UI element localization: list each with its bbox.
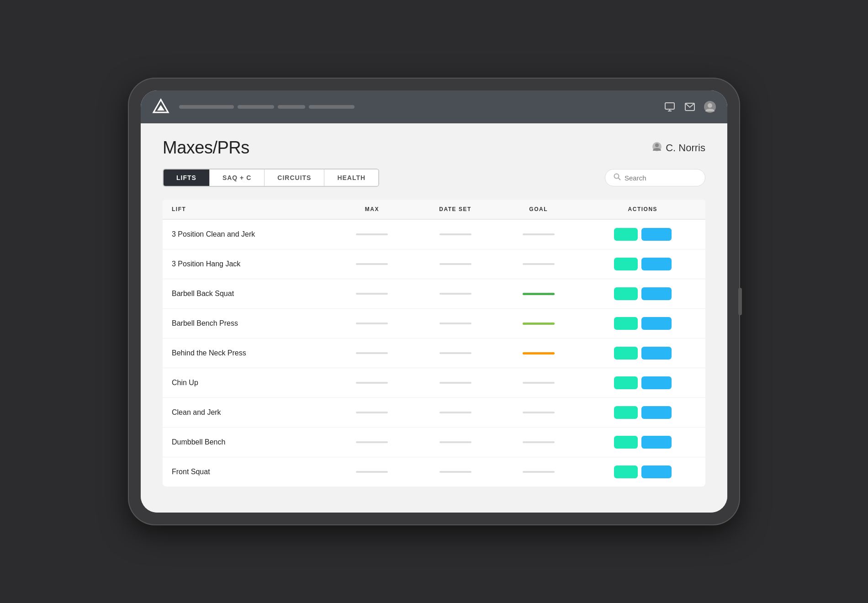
actions-cell	[580, 219, 705, 249]
actions-buttons	[589, 347, 696, 360]
svg-point-10	[614, 174, 619, 179]
col-actions: ACTIONS	[580, 200, 705, 219]
table-row: Barbell Bench Press	[163, 309, 705, 339]
lift-name: Barbell Bench Press	[172, 319, 238, 327]
lift-name-cell: Behind the Neck Press	[163, 339, 330, 368]
search-box[interactable]	[605, 169, 705, 186]
action-secondary-button[interactable]	[641, 436, 672, 449]
max-cell	[330, 398, 413, 428]
action-primary-button[interactable]	[614, 347, 638, 360]
svg-point-7	[708, 103, 712, 108]
user-avatar-icon	[652, 142, 662, 154]
date-placeholder	[439, 263, 471, 265]
actions-buttons	[589, 228, 696, 241]
action-secondary-button[interactable]	[641, 465, 672, 478]
date-placeholder	[439, 352, 471, 354]
max-cell	[330, 339, 413, 368]
action-secondary-button[interactable]	[641, 376, 672, 389]
max-cell	[330, 249, 413, 279]
lift-name: Barbell Back Squat	[172, 290, 234, 297]
nav-tab-2[interactable]	[238, 105, 274, 109]
max-cell	[330, 309, 413, 339]
actions-buttons	[589, 436, 696, 449]
search-input[interactable]	[625, 174, 697, 182]
action-primary-button[interactable]	[614, 258, 638, 270]
goal-cell	[497, 279, 580, 309]
tab-saq[interactable]: SAQ + C	[210, 169, 265, 186]
lift-name-cell: Front Squat	[163, 457, 330, 487]
user-info: C. Norris	[652, 142, 705, 154]
date-placeholder	[439, 441, 471, 443]
max-cell	[330, 428, 413, 457]
max-placeholder	[356, 263, 388, 265]
goal-placeholder	[523, 263, 555, 265]
actions-cell	[580, 368, 705, 398]
action-primary-button[interactable]	[614, 436, 638, 449]
goal-indicator	[523, 293, 555, 295]
nav-bar	[141, 90, 727, 123]
max-placeholder	[356, 233, 388, 235]
action-secondary-button[interactable]	[641, 317, 672, 330]
tab-lifts[interactable]: LIFTS	[164, 169, 210, 186]
goal-cell	[497, 368, 580, 398]
max-placeholder	[356, 352, 388, 354]
action-primary-button[interactable]	[614, 287, 638, 300]
max-cell	[330, 368, 413, 398]
lift-name-cell: Dumbbell Bench	[163, 428, 330, 457]
side-button[interactable]	[738, 288, 742, 315]
nav-tab-3[interactable]	[278, 105, 305, 109]
goal-placeholder	[523, 382, 555, 384]
tablet-screen: Maxes/PRs C. Norris LIFTS SA	[141, 90, 727, 513]
date-placeholder	[439, 382, 471, 384]
action-primary-button[interactable]	[614, 406, 638, 419]
nav-tab-4[interactable]	[309, 105, 355, 109]
max-placeholder	[356, 293, 388, 295]
lift-name-cell: Barbell Back Squat	[163, 279, 330, 309]
goal-cell	[497, 428, 580, 457]
tablet-device: Maxes/PRs C. Norris LIFTS SA	[128, 78, 740, 525]
goal-cell	[497, 398, 580, 428]
lift-name: Clean and Jerk	[172, 408, 221, 416]
monitor-icon[interactable]	[663, 100, 676, 113]
col-lift: LIFT	[163, 200, 330, 219]
action-primary-button[interactable]	[614, 317, 638, 330]
lift-name: Front Squat	[172, 468, 210, 476]
lifts-table: LIFT MAX DATE SET GOAL ACTIONS 3 Positio…	[163, 200, 705, 487]
action-secondary-button[interactable]	[641, 287, 672, 300]
lift-name-cell: Barbell Bench Press	[163, 309, 330, 339]
svg-point-9	[655, 143, 659, 147]
date-set-cell	[413, 368, 497, 398]
app-logo	[152, 98, 170, 116]
action-primary-button[interactable]	[614, 228, 638, 241]
action-primary-button[interactable]	[614, 376, 638, 389]
tab-circuits[interactable]: CIRCUITS	[265, 169, 324, 186]
max-placeholder	[356, 441, 388, 443]
page-title: Maxes/PRs	[163, 138, 249, 158]
action-secondary-button[interactable]	[641, 228, 672, 241]
user-account-icon[interactable]	[704, 100, 716, 113]
goal-cell	[497, 339, 580, 368]
action-secondary-button[interactable]	[641, 258, 672, 270]
actions-cell	[580, 457, 705, 487]
date-placeholder	[439, 233, 471, 235]
tab-bar-row: LIFTS SAQ + C CIRCUITS HEALTH	[163, 169, 705, 187]
nav-tab-1[interactable]	[179, 105, 234, 109]
date-placeholder	[439, 471, 471, 473]
actions-cell	[580, 249, 705, 279]
action-secondary-button[interactable]	[641, 347, 672, 360]
mail-icon[interactable]	[683, 100, 696, 113]
col-date-set: DATE SET	[413, 200, 497, 219]
actions-buttons	[589, 287, 696, 300]
actions-buttons	[589, 317, 696, 330]
max-placeholder	[356, 382, 388, 384]
action-primary-button[interactable]	[614, 465, 638, 478]
action-secondary-button[interactable]	[641, 406, 672, 419]
lift-name-cell: 3 Position Clean and Jerk	[163, 219, 330, 249]
lift-name-cell: Clean and Jerk	[163, 398, 330, 428]
date-set-cell	[413, 398, 497, 428]
table-row: Behind the Neck Press	[163, 339, 705, 368]
tab-health[interactable]: HEALTH	[324, 169, 378, 186]
table-row: Barbell Back Squat	[163, 279, 705, 309]
date-placeholder	[439, 293, 471, 295]
table-row: Chin Up	[163, 368, 705, 398]
